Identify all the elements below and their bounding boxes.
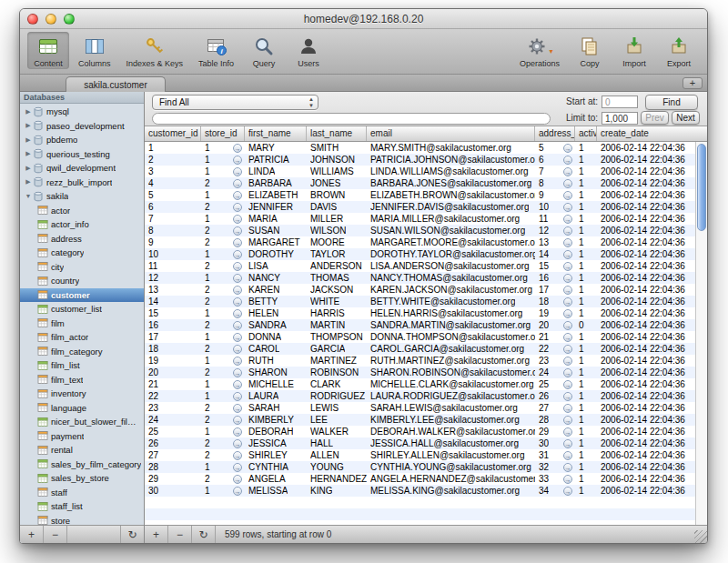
foreign-key-link-icon[interactable]: →	[563, 203, 572, 212]
add-row-button[interactable]: +	[145, 526, 168, 543]
resize-grip[interactable]	[694, 530, 707, 543]
foreign-key-link-icon[interactable]: →	[563, 475, 572, 484]
table-row[interactable]: 101→DOROTHYTAYLORDOROTHY.TAYLOR@sakilacu…	[145, 248, 695, 260]
table-row[interactable]: 62→JENNIFERDAVISJENNIFER.DAVIS@sakilacus…	[145, 201, 695, 213]
sidebar-table-inventory[interactable]: inventory	[20, 387, 144, 401]
table-row[interactable]: 42→BARBARAJONESBARBARA.JONES@sakilacusto…	[145, 177, 695, 189]
limit-to-input[interactable]	[602, 112, 638, 125]
table-row[interactable]: 202→SHARONROBINSONSHARON.ROBINSON@sakila…	[145, 367, 695, 378]
sidebar-table-film-text[interactable]: film_text	[20, 373, 144, 387]
toolbar-users[interactable]: Users	[288, 32, 329, 69]
foreign-key-link-icon[interactable]: →	[563, 297, 572, 307]
foreign-key-link-icon[interactable]: →	[233, 191, 242, 200]
foreign-key-link-icon[interactable]: →	[563, 333, 572, 342]
column-header-active[interactable]: active	[575, 126, 597, 141]
table-row[interactable]: 251→DEBORAHWALKERDEBORAH.WALKER@sakilacu…	[145, 426, 695, 437]
table-row[interactable]: 112→LISAANDERSONLISA.ANDERSON@sakilacust…	[145, 260, 695, 272]
foreign-key-link-icon[interactable]: →	[233, 475, 242, 484]
foreign-key-link-icon[interactable]: →	[233, 179, 242, 188]
foreign-key-link-icon[interactable]: →	[233, 368, 242, 377]
sidebar-table-category[interactable]: category	[20, 246, 144, 260]
table-row[interactable]: 162→SANDRAMARTINSANDRA.MARTIN@sakilacust…	[145, 319, 695, 331]
foreign-key-link-icon[interactable]: →	[563, 238, 572, 247]
toolbar-indexes-keys[interactable]: Indexes & Keys	[120, 32, 190, 69]
foreign-key-link-icon[interactable]: →	[563, 463, 572, 472]
sidebar-table-language[interactable]: language	[20, 401, 144, 416]
disclosure-closed-icon[interactable]: ▶	[24, 122, 33, 129]
foreign-key-link-icon[interactable]: →	[233, 250, 242, 259]
foreign-key-link-icon[interactable]: →	[233, 487, 242, 496]
toolbar-columns[interactable]: Columns	[72, 32, 117, 69]
foreign-key-link-icon[interactable]: →	[563, 427, 572, 437]
sidebar-table-film-list[interactable]: film_list	[20, 358, 144, 373]
column-header-first-name[interactable]: first_name	[245, 126, 307, 141]
foreign-key-link-icon[interactable]: →	[563, 345, 572, 354]
foreign-key-link-icon[interactable]: →	[563, 262, 572, 271]
sidebar-table-sales-by-store[interactable]: sales_by_store	[20, 471, 144, 486]
table-row[interactable]: 211→MICHELLECLARKMICHELLE.CLARK@sakilacu…	[145, 378, 695, 390]
foreign-key-link-icon[interactable]: →	[563, 179, 572, 188]
zoom-window-icon[interactable]	[64, 14, 75, 25]
foreign-key-link-icon[interactable]: →	[233, 286, 242, 295]
foreign-key-link-icon[interactable]: →	[233, 451, 242, 460]
foreign-key-link-icon[interactable]: →	[233, 463, 242, 472]
sidebar-db-qwil-development[interactable]: ▶qwil_development	[20, 161, 144, 176]
sidebar-table-customer-list[interactable]: customer_list	[20, 302, 144, 317]
toolbar-content[interactable]: Content	[27, 32, 69, 69]
column-header-create-date[interactable]: create_date	[597, 126, 707, 141]
scrollbar-thumb[interactable]	[697, 144, 706, 231]
table-row[interactable]: 51→ELIZABETHBROWNELIZABETH.BROWN@sakilac…	[145, 189, 695, 201]
foreign-key-link-icon[interactable]: →	[233, 427, 242, 437]
foreign-key-link-icon[interactable]: →	[233, 238, 242, 247]
toolbar-copy[interactable]: Copy	[569, 32, 611, 69]
disclosure-closed-icon[interactable]: ▶	[24, 178, 33, 186]
foreign-key-link-icon[interactable]: →	[563, 380, 572, 389]
sidebar-table-rental[interactable]: rental	[20, 443, 144, 457]
foreign-key-link-icon[interactable]: →	[563, 392, 572, 401]
foreign-key-link-icon[interactable]: →	[233, 404, 242, 413]
table-row[interactable]: 11→MARYSMITHMARY.SMITH@sakilacustomer.or…	[145, 142, 695, 154]
table-row[interactable]: 182→CAROLGARCIACAROL.GARCIA@sakilacustom…	[145, 343, 695, 355]
sidebar-table-film[interactable]: film	[20, 317, 144, 331]
sidebar-db-sakila[interactable]: ▼sakila	[20, 189, 144, 204]
foreign-key-link-icon[interactable]: →	[563, 368, 572, 377]
toolbar-query[interactable]: Query	[243, 32, 285, 69]
table-row[interactable]: 262→JESSICAHALLJESSICA.HALL@sakilacustom…	[145, 437, 695, 449]
toolbar-table-info[interactable]: iTable Info	[192, 32, 240, 69]
column-header-last-name[interactable]: last_name	[307, 126, 367, 141]
disclosure-open-icon[interactable]: ▼	[24, 193, 33, 199]
start-at-input[interactable]	[602, 96, 638, 108]
column-header-email[interactable]: email	[367, 126, 535, 141]
close-window-icon[interactable]	[27, 14, 38, 25]
table-row[interactable]: 232→SARAHLEWISSARAH.LEWIS@sakilacustomer…	[145, 402, 695, 414]
foreign-key-link-icon[interactable]: →	[233, 215, 242, 224]
sidebar-table-staff[interactable]: staff	[20, 486, 144, 500]
foreign-key-link-icon[interactable]: →	[563, 250, 572, 259]
sidebar-db-paseo-development[interactable]: ▶paseo_development	[20, 119, 144, 134]
table-row[interactable]: 272→SHIRLEYALLENSHIRLEY.ALLEN@sakilacust…	[145, 449, 695, 461]
disclosure-closed-icon[interactable]: ▶	[24, 108, 33, 116]
sidebar-table-nicer-but-slower-fil[interactable]: nicer_but_slower_fil…	[20, 415, 144, 429]
foreign-key-link-icon[interactable]: →	[563, 191, 572, 200]
table-row[interactable]: 82→SUSANWILSONSUSAN.WILSON@sakilacustome…	[145, 225, 695, 236]
table-row[interactable]: 191→RUTHMARTINEZRUTH.MARTINEZ@sakilacust…	[145, 355, 695, 367]
foreign-key-link-icon[interactable]: →	[563, 404, 572, 413]
foreign-key-link-icon[interactable]: →	[233, 203, 242, 212]
column-header-customer-id[interactable]: customer_id	[145, 126, 201, 141]
disclosure-closed-icon[interactable]: ▶	[24, 136, 33, 144]
foreign-key-link-icon[interactable]: →	[563, 274, 572, 283]
table-row[interactable]: 221→LAURARODRIGUEZLAURA.RODRIGUEZ@sakila…	[145, 390, 695, 402]
foreign-key-link-icon[interactable]: →	[233, 333, 242, 342]
sidebar-db-querious-testing[interactable]: ▶querious_testing	[20, 147, 144, 162]
disclosure-closed-icon[interactable]: ▶	[24, 150, 33, 157]
table-row[interactable]: 292→ANGELAHERNANDEZANGELA.HERNANDEZ@saki…	[145, 473, 695, 485]
title-bar[interactable]: homedev@192.168.0.20	[20, 9, 707, 29]
foreign-key-link-icon[interactable]: →	[233, 416, 242, 425]
foreign-key-link-icon[interactable]: →	[563, 357, 572, 366]
foreign-key-link-icon[interactable]: →	[563, 309, 572, 318]
table-row[interactable]: 171→DONNATHOMPSONDONNA.THOMPSON@sakilacu…	[145, 331, 695, 343]
toolbar-operations[interactable]: ▾Operations	[513, 32, 566, 69]
foreign-key-link-icon[interactable]: →	[563, 226, 572, 236]
foreign-key-link-icon[interactable]: →	[233, 144, 242, 153]
search-input[interactable]	[152, 113, 551, 125]
